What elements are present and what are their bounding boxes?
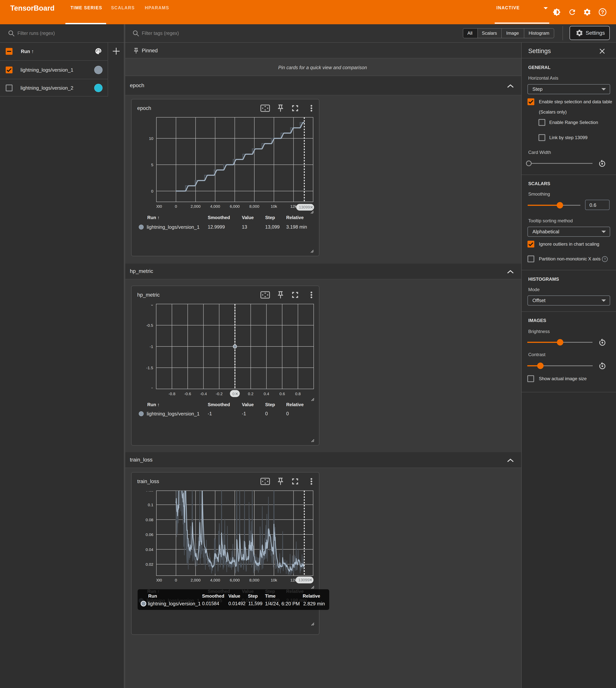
svg-text:2,000: 2,000 [191,204,201,208]
svg-text:8,000: 8,000 [249,578,260,582]
svg-text:0: 0 [175,204,177,208]
svg-text:0.1: 0.1 [148,503,153,507]
svg-text:12k: 12k [290,204,297,208]
svg-text:-0.8: -0.8 [169,392,175,396]
svg-text:13099: 13099 [298,578,309,582]
svg-text:4,000: 4,000 [210,204,220,208]
svg-text:10: 10 [149,136,153,141]
svg-text:4,000: 4,000 [210,578,220,582]
svg-text:0.8: 0.8 [295,392,301,396]
svg-text:0.2: 0.2 [248,392,254,396]
svg-text:-0.4: -0.4 [200,392,207,396]
svg-text:6,000: 6,000 [230,578,240,582]
svg-text:13099: 13099 [299,205,310,209]
svg-text:8,000: 8,000 [249,204,260,208]
svg-text:0: 0 [151,577,153,581]
svg-text:6,000: 6,000 [230,204,240,208]
svg-text:0.06: 0.06 [146,532,153,537]
svg-text:-2: -2 [150,387,153,391]
svg-text:0.12: 0.12 [146,488,153,492]
svg-text:-0.2: -0.2 [216,392,222,396]
svg-text:10k: 10k [271,578,277,582]
svg-text:0: 0 [151,302,153,306]
svg-text:0: 0 [175,578,177,582]
svg-text:2,000: 2,000 [191,578,201,582]
svg-text:-0.6: -0.6 [184,392,191,396]
svg-text:0.08: 0.08 [146,518,153,522]
svg-text:5: 5 [151,163,153,167]
svg-text:?: ? [604,257,606,261]
svg-text:0.6: 0.6 [279,392,285,396]
svg-text:?: ? [601,9,604,15]
svg-text:0: 0 [233,392,235,396]
svg-text:0.04: 0.04 [146,547,153,552]
svg-text:-0.5: -0.5 [146,323,153,328]
svg-text:0.4: 0.4 [264,392,269,396]
svg-text:10k: 10k [271,204,277,208]
svg-text:-2,000: -2,000 [151,578,162,582]
svg-text:-1: -1 [150,345,153,349]
svg-text:-2,000: -2,000 [151,204,162,208]
svg-text:0: 0 [151,189,153,193]
svg-text:-1.5: -1.5 [146,365,153,370]
svg-text:0.02: 0.02 [146,562,153,567]
